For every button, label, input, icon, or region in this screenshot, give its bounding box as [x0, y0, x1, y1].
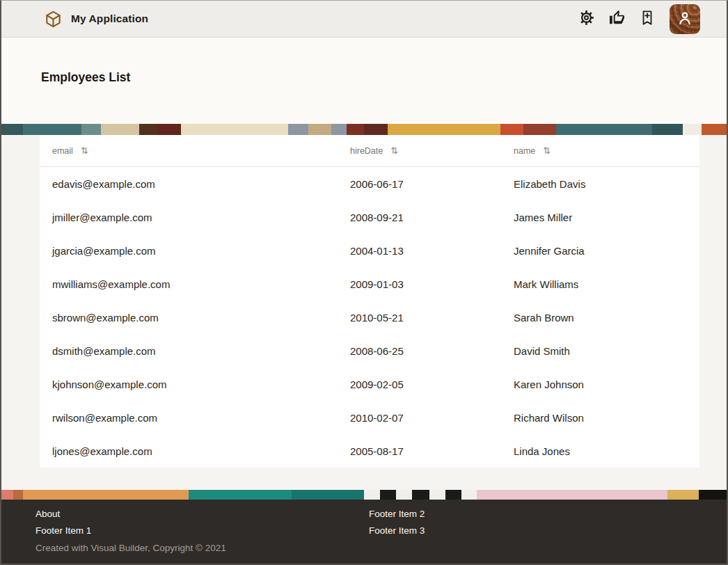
sort-icon[interactable]: ⇅ — [81, 146, 88, 155]
cell-hiredate: 2005-08-17 — [350, 445, 514, 457]
footer-copyright: Created with Visual Builder, Copyright ©… — [35, 540, 727, 557]
cell-email: jmiller@example.com — [52, 212, 350, 223]
bookmark-plus-icon — [640, 10, 655, 29]
cell-name: Richard Wilson — [514, 412, 699, 424]
cube-logo-icon — [45, 10, 62, 28]
cell-name: James Miller — [514, 212, 699, 223]
cell-name: Jennifer Garcia — [514, 245, 699, 257]
page-header: Employees List — [1, 38, 727, 124]
app-brand: My Application — [45, 10, 148, 28]
main-content: email ⇅ hireDate ⇅ name ⇅ — [1, 135, 727, 490]
decorative-band-top — [1, 124, 727, 135]
cell-email: rwilson@example.com — [52, 412, 350, 424]
cell-name: Karen Johnson — [514, 379, 699, 390]
cell-hiredate: 2010-05-21 — [350, 312, 514, 324]
footer-link[interactable]: Footer Item 2 — [369, 506, 727, 523]
cell-email: sbrown@example.com — [52, 312, 350, 324]
table-header-row: email ⇅ hireDate ⇅ name ⇅ — [40, 135, 699, 167]
cell-name: Linda Jones — [514, 445, 699, 457]
cell-email: jgarcia@example.com — [52, 245, 350, 257]
like-button[interactable] — [604, 6, 629, 31]
cell-hiredate: 2006-06-17 — [350, 178, 514, 190]
cell-name: Sarah Brown — [514, 312, 699, 324]
app-footer: AboutFooter Item 1 Footer Item 2Footer I… — [1, 500, 727, 564]
table-row[interactable]: sbrown@example.com 2010-05-21 Sarah Brow… — [40, 301, 699, 334]
cell-name: Mark Williams — [514, 278, 699, 290]
cell-email: edavis@example.com — [52, 178, 350, 190]
cell-hiredate: 2004-01-13 — [350, 245, 514, 257]
gear-icon — [578, 10, 594, 28]
bookmark-add-button[interactable] — [635, 6, 660, 31]
cell-hiredate: 2008-09-21 — [350, 212, 514, 223]
cell-email: dsmith@example.com — [52, 345, 350, 357]
cell-name: David Smith — [514, 345, 699, 357]
cell-hiredate: 2008-06-25 — [350, 345, 514, 357]
table-row[interactable]: dsmith@example.com 2008-06-25 David Smit… — [40, 334, 699, 367]
cell-email: mwilliams@example.com — [52, 278, 350, 290]
cell-name: Elizabeth Davis — [514, 178, 699, 190]
table-row[interactable]: rwilson@example.com 2010-02-07 Richard W… — [40, 401, 699, 434]
column-header-label: hireDate — [350, 146, 383, 156]
column-header[interactable]: email ⇅ — [52, 146, 350, 156]
cell-email: kjohnson@example.com — [52, 379, 350, 390]
footer-link[interactable]: Footer Item 1 — [35, 523, 369, 539]
table-row[interactable]: edavis@example.com 2006-06-17 Elizabeth … — [40, 167, 699, 200]
page-title: Employees List — [41, 70, 727, 85]
table-row[interactable]: kjohnson@example.com 2009-02-05 Karen Jo… — [40, 367, 699, 401]
cell-email: ljones@example.com — [52, 445, 350, 457]
person-icon — [676, 9, 694, 29]
sort-icon[interactable]: ⇅ — [543, 146, 551, 155]
employees-table: email ⇅ hireDate ⇅ name ⇅ — [40, 135, 699, 468]
table-row[interactable]: mwilliams@example.com 2009-01-03 Mark Wi… — [40, 267, 699, 301]
app-bar: My Application — [1, 1, 727, 38]
settings-button[interactable] — [573, 6, 599, 31]
table-row[interactable]: jgarcia@example.com 2004-01-13 Jennifer … — [40, 234, 699, 267]
footer-link[interactable]: Footer Item 3 — [369, 523, 727, 539]
table-body: edavis@example.com 2006-06-17 Elizabeth … — [40, 167, 699, 468]
cell-hiredate: 2009-02-05 — [350, 379, 514, 390]
table-row[interactable]: ljones@example.com 2005-08-17 Linda Jone… — [40, 434, 699, 468]
footer-links-column-1: AboutFooter Item 1 — [35, 506, 369, 539]
user-menu-button[interactable] — [670, 4, 700, 34]
sort-icon[interactable]: ⇅ — [390, 146, 398, 155]
decorative-band-bottom — [1, 490, 727, 500]
footer-links: AboutFooter Item 1 Footer Item 2Footer I… — [35, 506, 727, 539]
footer-link[interactable]: About — [35, 506, 369, 523]
thumbs-up-icon — [609, 10, 625, 28]
appbar-actions — [573, 4, 700, 34]
column-header-label: name — [514, 146, 535, 156]
column-header[interactable]: hireDate ⇅ — [350, 146, 514, 156]
app-window: My Application — [0, 0, 728, 565]
table-row[interactable]: jmiller@example.com 2008-09-21 James Mil… — [40, 200, 699, 234]
footer-links-column-2: Footer Item 2Footer Item 3 — [369, 506, 727, 539]
cell-hiredate: 2009-01-03 — [350, 278, 514, 290]
column-header[interactable]: name ⇅ — [514, 146, 699, 156]
column-header-label: email — [52, 146, 73, 156]
app-title: My Application — [71, 13, 148, 25]
cell-hiredate: 2010-02-07 — [350, 412, 514, 424]
